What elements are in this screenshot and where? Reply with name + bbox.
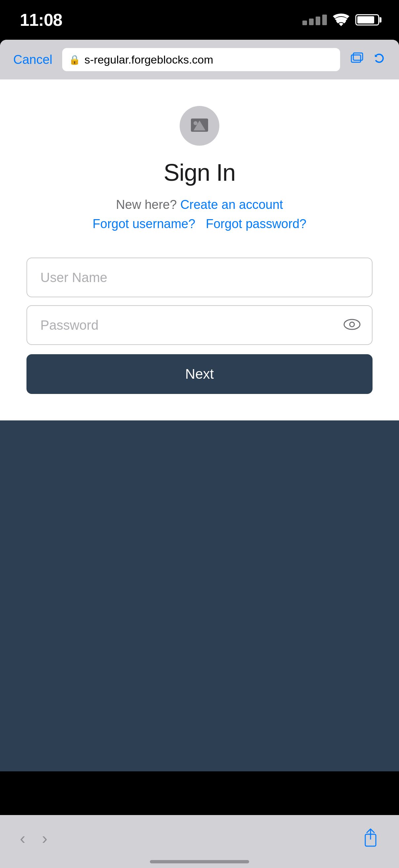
password-input[interactable] (27, 305, 372, 345)
main-content: Sign In New here? Create an account Forg… (0, 80, 399, 421)
refresh-icon[interactable] (372, 52, 386, 68)
svg-point-5 (344, 319, 360, 330)
forgot-username-link[interactable]: Forgot username? (93, 217, 196, 231)
new-here-text: New here? (116, 198, 177, 212)
share-icon[interactable] (362, 828, 379, 849)
url-text: s-regular.forgeblocks.com (85, 53, 213, 66)
signin-title: Sign In (163, 159, 235, 186)
username-input[interactable] (27, 257, 372, 297)
url-bar[interactable]: 🔒 s-regular.forgeblocks.com (62, 48, 340, 71)
tabs-icon[interactable] (350, 52, 363, 68)
back-arrow[interactable]: ‹ (20, 829, 26, 848)
signin-links: Forgot username? Forgot password? (93, 217, 306, 231)
wifi-icon (333, 13, 350, 26)
forgot-password-link[interactable]: Forgot password? (206, 217, 306, 231)
home-indicator (150, 860, 249, 863)
app-icon (180, 106, 219, 146)
browser-actions (350, 52, 386, 68)
svg-point-4 (194, 121, 198, 125)
forward-arrow: › (42, 829, 47, 848)
form-section: Next (27, 257, 372, 394)
svg-rect-0 (352, 55, 361, 62)
status-icons (302, 13, 379, 26)
svg-rect-1 (353, 53, 363, 60)
battery-icon (355, 14, 379, 26)
create-account-link[interactable]: Create an account (180, 198, 283, 212)
svg-point-6 (350, 322, 354, 327)
browser-bar: Cancel 🔒 s-regular.forgeblocks.com (0, 40, 399, 80)
bottom-nav: ‹ › (0, 815, 399, 868)
signin-subtitle: New here? Create an account (116, 195, 283, 214)
password-wrapper (27, 305, 372, 345)
show-password-icon[interactable] (343, 318, 361, 332)
status-time: 11:08 (20, 10, 62, 30)
status-bar: 11:08 (0, 0, 399, 40)
nav-arrows: ‹ › (20, 829, 47, 848)
lock-icon: 🔒 (69, 54, 80, 65)
signin-card: Sign In New here? Create an account Forg… (0, 80, 399, 421)
browser-chrome: Cancel 🔒 s-regular.forgeblocks.com (0, 40, 399, 80)
next-button[interactable]: Next (27, 354, 372, 394)
signal-icon (302, 14, 327, 25)
cancel-button[interactable]: Cancel (13, 53, 52, 67)
dark-background (0, 421, 399, 771)
